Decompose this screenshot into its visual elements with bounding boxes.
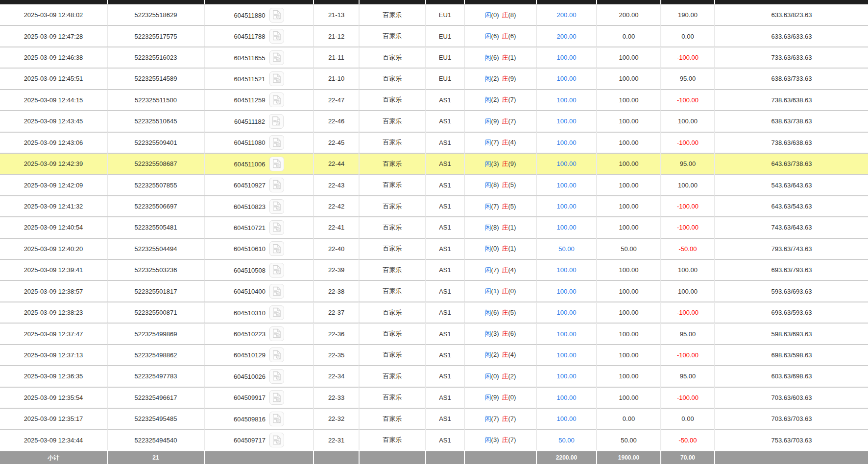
bet-amount-cell[interactable]: 100.00	[536, 302, 596, 323]
video-replay-button[interactable]	[269, 369, 284, 384]
balance-cell: 793.63/743.63	[714, 238, 868, 259]
valid-bet-cell: 0.00	[596, 25, 660, 46]
game-id: 604510310	[234, 309, 265, 316]
video-replay-button[interactable]	[269, 135, 284, 150]
balance-cell: 638.63/733.63	[714, 68, 868, 89]
video-replay-icon	[272, 371, 281, 381]
table-code-cell: AS1	[425, 387, 464, 408]
winloss-cell: -100.00	[660, 387, 714, 408]
table-code-cell: AS1	[425, 365, 464, 386]
bet-amount-cell[interactable]: 100.00	[536, 89, 596, 110]
bet-amount-cell[interactable]: 200.00	[536, 25, 596, 46]
banker-points: (7)	[508, 117, 516, 125]
player-label: 闲	[485, 11, 491, 19]
bet-time-cell: 2025-03-09 12:36:35	[0, 365, 107, 386]
player-label: 闲	[485, 372, 491, 380]
video-replay-button[interactable]	[269, 199, 284, 214]
video-replay-button[interactable]	[269, 433, 284, 447]
balance-cell: 633.63/633.63	[714, 25, 868, 46]
table-row: 2025-03-09 12:43:06 522325509401 6045110…	[0, 132, 868, 153]
video-replay-button[interactable]	[269, 263, 284, 278]
bet-amount-cell[interactable]: 100.00	[536, 46, 596, 68]
banker-label: 庄	[502, 372, 508, 380]
result-cell: 闲(0)庄(1)	[464, 238, 536, 259]
bet-amount-cell[interactable]: 100.00	[536, 365, 596, 386]
bet-amount-cell[interactable]: 100.00	[536, 344, 596, 365]
balance-cell: 733.63/633.63	[714, 46, 868, 68]
bet-amount-cell[interactable]: 100.00	[536, 408, 596, 429]
round-number-cell: 22-46	[313, 110, 359, 131]
result-cell: 闲(6)庄(1)	[464, 46, 536, 68]
video-replay-button[interactable]	[269, 50, 284, 65]
bet-amount-cell[interactable]: 100.00	[536, 387, 596, 408]
bet-time-cell: 2025-03-09 12:37:47	[0, 323, 107, 344]
player-label: 闲	[485, 54, 491, 61]
video-replay-icon	[272, 52, 281, 62]
bet-amount-cell[interactable]: 50.00	[536, 238, 596, 259]
bet-amount-cell[interactable]: 200.00	[536, 4, 596, 25]
table-code-cell: AS1	[425, 110, 464, 131]
bet-amount-cell[interactable]: 100.00	[536, 174, 596, 195]
game-id: 604510508	[234, 266, 265, 274]
banker-label: 庄	[502, 203, 508, 210]
video-replay-button[interactable]	[269, 412, 284, 426]
bet-amount-cell[interactable]: 100.00	[536, 110, 596, 131]
game-id-cell: 604510508	[204, 259, 313, 280]
video-replay-button[interactable]	[269, 220, 284, 235]
player-points: (7)	[491, 266, 499, 274]
subtotal-valid-cell: 1900.00	[596, 450, 660, 464]
banker-points: (5)	[508, 309, 516, 316]
game-id: 604510223	[234, 330, 265, 338]
footer-empty-cell	[425, 450, 464, 464]
table-code-cell: EU1	[425, 25, 464, 46]
player-label: 闲	[485, 160, 491, 167]
video-replay-button[interactable]	[269, 305, 284, 320]
table-code-cell: EU1	[425, 46, 464, 68]
video-replay-button[interactable]	[269, 390, 284, 405]
banker-label: 庄	[502, 309, 508, 316]
video-replay-button[interactable]	[269, 93, 284, 107]
video-replay-button[interactable]	[269, 241, 284, 256]
video-replay-button[interactable]	[269, 284, 284, 299]
round-number-cell: 22-47	[313, 89, 359, 110]
round-number-cell: 22-41	[313, 216, 359, 237]
header-strip-cell	[660, 0, 714, 4]
valid-bet-cell: 100.00	[596, 132, 660, 153]
table-code-cell: AS1	[425, 408, 464, 429]
video-replay-button[interactable]	[269, 29, 284, 44]
banker-label: 庄	[502, 139, 508, 146]
subtotal-winloss-cell: 70.00	[660, 450, 714, 464]
balance-cell: 753.63/703.63	[714, 429, 868, 450]
video-replay-button[interactable]	[269, 178, 284, 192]
player-label: 闲	[485, 266, 491, 274]
result-cell: 闲(7)庄(7)	[464, 408, 536, 429]
bet-time-cell: 2025-03-09 12:40:20	[0, 238, 107, 259]
table-code-cell: AS1	[425, 280, 464, 301]
bet-amount-cell[interactable]: 100.00	[536, 280, 596, 301]
bet-amount-cell[interactable]: 100.00	[536, 259, 596, 280]
video-replay-button[interactable]	[269, 8, 284, 23]
video-replay-button[interactable]	[269, 114, 284, 129]
bet-amount-cell[interactable]: 100.00	[536, 68, 596, 89]
video-replay-icon	[272, 95, 281, 105]
order-id-cell: 522325498862	[107, 344, 204, 365]
video-replay-button[interactable]	[269, 326, 284, 341]
video-replay-button[interactable]	[269, 157, 284, 171]
valid-bet-cell: 100.00	[596, 344, 660, 365]
video-replay-icon	[272, 350, 281, 360]
player-points: (2)	[491, 351, 499, 358]
table-body: 2025-03-09 12:48:02 522325518629 6045118…	[0, 4, 868, 450]
game-type-cell: 百家乐	[359, 174, 425, 195]
video-replay-button[interactable]	[269, 71, 284, 86]
player-points: (3)	[491, 436, 499, 443]
video-replay-button[interactable]	[269, 348, 284, 362]
table-code-cell: EU1	[425, 4, 464, 25]
bet-amount-cell[interactable]: 100.00	[536, 153, 596, 174]
bet-amount-cell[interactable]: 100.00	[536, 195, 596, 216]
bet-amount-cell[interactable]: 100.00	[536, 323, 596, 344]
bet-amount-cell[interactable]: 100.00	[536, 132, 596, 153]
bet-amount-cell[interactable]: 50.00	[536, 429, 596, 450]
round-number-cell: 22-31	[313, 429, 359, 450]
bet-amount-cell[interactable]: 100.00	[536, 216, 596, 237]
game-id: 604511006	[234, 160, 265, 167]
